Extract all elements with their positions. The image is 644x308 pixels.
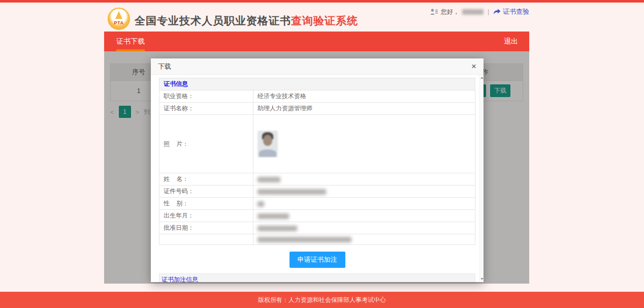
redacted-id-number	[257, 189, 326, 195]
redacted-extra-info	[257, 237, 351, 242]
annotation-table: 证书加注信息 序号 使用场景 有效期至 加注申请时间 加注完成时间 操作 1 本…	[159, 273, 475, 282]
copyright-text: 版权所有：人力资源和社会保障部人事考试中心	[258, 296, 386, 303]
user-area: 您好， | 证书查验	[430, 7, 529, 16]
redacted-birth-date	[257, 213, 289, 219]
site-header: PTA 全国专业技术人员职业资格证书查询验证系统 您好， | 证书查验	[104, 3, 529, 32]
field-value: 经济专业技术资格	[253, 90, 475, 103]
cert-info-section-title: 证书信息	[159, 78, 475, 90]
logout-button[interactable]: 退出	[493, 32, 529, 51]
scroll-down-icon[interactable]	[480, 278, 484, 280]
redacted-name	[257, 177, 280, 182]
field-label: 出生年月：	[159, 210, 253, 222]
field-label: 姓 名：	[159, 173, 253, 186]
apply-annotation-button[interactable]: 申请证书加注	[289, 252, 345, 268]
field-label: 性 别：	[159, 198, 253, 210]
close-icon[interactable]: ×	[471, 62, 476, 71]
field-value: 助理人力资源管理师	[253, 103, 475, 115]
download-modal: 下载 × 证书信息 职业资格： 经济专业技术资格 证书名称： 助理人力资源管理师…	[151, 58, 484, 282]
footer: 版权所有：人力资源和社会保障部人事考试中心	[0, 292, 644, 308]
page-title-accent: 查询验证系统	[291, 15, 358, 26]
applicant-photo	[257, 131, 278, 157]
field-label	[159, 234, 253, 245]
modal-scrollbar[interactable]	[479, 75, 484, 282]
divider: |	[488, 8, 489, 15]
field-label: 证件号码：	[159, 186, 253, 198]
scroll-up-icon[interactable]	[480, 77, 484, 79]
annotation-section-title: 证书加注信息	[159, 274, 475, 283]
redacted-approval-date	[257, 226, 297, 231]
main-navbar: 证书下载 退出	[104, 32, 529, 51]
cert-info-table: 证书信息 职业资格： 经济专业技术资格 证书名称： 助理人力资源管理师 照 片：…	[159, 78, 475, 245]
field-label: 证书名称：	[159, 103, 253, 115]
tab-cert-download-label: 证书下载	[116, 37, 145, 45]
logo-flame-icon	[115, 11, 122, 20]
tab-cert-download[interactable]: 证书下载	[104, 32, 157, 51]
logo-text: PTA	[109, 20, 129, 25]
field-label: 批准日期：	[159, 222, 253, 234]
page-title-main: 全国专业技术人员职业资格证书	[135, 15, 291, 26]
modal-title: 下载	[158, 62, 171, 71]
redacted-gender	[257, 201, 264, 207]
share-arrow-icon[interactable]	[493, 9, 501, 15]
user-icon	[430, 9, 438, 15]
pta-logo: PTA	[108, 8, 130, 30]
greeting-text: 您好，	[441, 8, 459, 16]
cert-verify-label[interactable]: 证书查验	[503, 7, 529, 16]
cert-verify-link[interactable]: 证书查验	[493, 7, 529, 16]
modal-body: 证书信息 职业资格： 经济专业技术资格 证书名称： 助理人力资源管理师 照 片：…	[151, 75, 479, 282]
field-label: 职业资格：	[159, 90, 253, 103]
modal-titlebar: 下载 ×	[151, 58, 484, 75]
redacted-username	[462, 9, 484, 15]
page-title: 全国专业技术人员职业资格证书查询验证系统	[135, 14, 358, 28]
field-label: 照 片：	[159, 115, 253, 173]
